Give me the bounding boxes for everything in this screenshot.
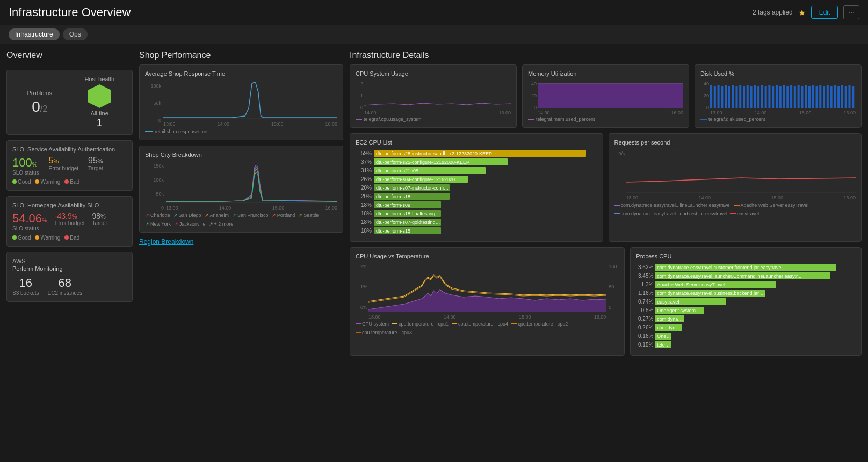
process-cpu-row: 1.3% Apache Web Server easyTravel [636,281,856,288]
ec2-metric: 68 EC2 instances [47,276,82,296]
svg-rect-30 [783,85,785,108]
ec2-list-title: EC2 CPU List [356,139,597,146]
disk-metric-label: telegraf.disk.used_percent [700,117,856,122]
memory-title: Memory Utilization [528,70,683,77]
svg-rect-26 [768,85,770,108]
svg-rect-32 [790,85,792,108]
svg-rect-12 [718,85,720,108]
cpu-vs-temp-card: CPU Usage vs Temperature 2% 1% 0% [350,247,625,356]
nav-tabs: Infrastructure Ops [0,25,868,44]
slo2-error: -43.9% Error budget [55,212,85,226]
ec2-list-card: EC2 CPU List 59% dtu-perform-s28-instruc… [350,133,603,242]
process-cpu-row: 0.27% com.dynatrace.easytravel.customer.… [636,315,856,322]
svg-rect-23 [757,86,760,108]
infra-top-row: CPU System Usage 2 1 0 14:0016:00 [350,64,862,128]
process-cpu-row: 3.62% com.dynatrace.easytravel.customer.… [636,264,856,271]
slo2-target: 98% Target [92,212,107,226]
memory-chart [538,81,683,108]
middle-panel: Shop Performance Average Shop Response T… [139,50,343,457]
process-bars: 3.62% com.dynatrace.easytravel.customer.… [636,264,856,348]
slo1-card: SLO: Service Availability Authentication… [6,140,133,191]
svg-rect-49 [852,86,854,108]
svg-rect-24 [761,85,763,108]
process-cpu-row: 0.16% OneAgent log analytics [636,333,856,340]
ec2-bar-row: 26% dtu-perform-s04-configure-12162020 [356,176,597,183]
city-breakdown-chart [166,162,337,203]
svg-rect-22 [754,85,756,108]
slo1-status: 100% SLO status [12,156,39,176]
slo2-card: SLO: Homepage Availability SLO 54.06% SL… [6,196,133,247]
slo1-target: 95% Target [88,156,103,171]
left-panel: Overview Problems 0/2 Host health All fi… [6,50,133,457]
process-cpu-title: Process CPU [636,253,856,259]
svg-rect-14 [725,85,727,108]
edit-button[interactable]: Edit [811,6,838,19]
aws-label: AWS [12,258,127,264]
svg-rect-13 [721,86,723,108]
cpu-system-chart [364,81,511,108]
svg-rect-15 [728,86,730,108]
problems-count: 0/2 [12,98,67,116]
aws-metrics: 16 S3 buckets 68 EC2 instances [12,276,127,296]
slo2-status: 54.06% SLO status [12,212,47,232]
process-cpu-row: 1.16% com.dynatrace.easytravel.business.… [636,290,856,297]
city-breakdown-title: Shop City Breakdown [145,151,337,158]
process-cpu-row: 0.26% com.dynatrace.easytravel.thirdpart… [636,324,856,331]
avg-response-title: Average Shop Response Time [145,70,337,77]
svg-rect-36 [805,85,807,108]
avg-response-chart [163,81,337,119]
svg-rect-18 [739,85,741,108]
svg-rect-10 [710,85,712,108]
disk-title: Disk Used % [700,70,856,77]
more-button[interactable]: ··· [843,5,859,19]
svg-rect-17 [735,86,737,108]
svg-rect-42 [827,85,829,108]
problems-card: Problems 0/2 Host health All fine 1 [6,70,133,135]
process-cpu-row: 3.45% com.dynatrace.easytravel.launcher.… [636,272,856,279]
svg-rect-47 [845,86,847,108]
rps-card: Requests per second 0/s 13:0014:0 [609,133,862,242]
svg-rect-43 [830,86,833,108]
svg-rect-16 [732,85,734,108]
svg-rect-11 [714,86,716,108]
tab-ops[interactable]: Ops [63,28,88,40]
svg-rect-45 [837,86,840,108]
avg-response-metric: retail.shop.responsetime [145,129,337,134]
svg-rect-40 [819,85,821,108]
cpu-usage-card: CPU System Usage 2 1 0 14:0016:00 [350,64,517,128]
cpu-vs-temp-legend: CPU system cpu.temperature - cpu1 cpu.te… [356,321,619,335]
city-legend: ↗ Charlotte ↗ San Diego ↗ Anaheim ↗ San … [145,213,337,227]
tags-applied[interactable]: 2 tags applied [753,9,793,16]
svg-rect-48 [848,85,850,108]
rps-legend: com.dynatrace.easytravel...lineLauncher … [614,203,856,216]
cpu-bottom-row: CPU Usage vs Temperature 2% 1% 0% [350,247,862,356]
slo1-error: 5% Error budget [48,156,78,171]
svg-rect-37 [808,86,811,108]
process-cpu-row: 0.5% OneAgent system monitoring [636,307,856,314]
overview-title: Overview [6,50,133,60]
host-health-label: Host health [73,76,127,82]
svg-rect-25 [765,86,767,108]
shop-performance-title: Shop Performance [139,50,343,60]
rps-title: Requests per second [614,139,856,146]
svg-rect-20 [747,85,749,108]
svg-rect-8 [538,84,683,108]
host-health-status: All fine [73,110,127,117]
region-breakdown-link[interactable]: Region Breakdown [139,238,343,246]
host-count: 1 [73,117,127,129]
tab-infrastructure[interactable]: Infrastructure [9,28,60,40]
svg-rect-41 [823,86,825,108]
process-cpu-row: 0.74% easytravel [636,298,856,305]
ec2-bar-row: 37% dtu-perform-s25-configure-12182020-K… [356,158,597,165]
cpu-vs-temp-title: CPU Usage vs Temperature [356,253,619,259]
right-panel: Infrastructure Details CPU System Usage … [350,50,862,457]
memory-card: Memory Utilization 40 20 0 14:0016:00 [522,64,689,128]
slo2-legend: Good Warning Bad [12,235,127,241]
star-icon[interactable]: ★ [798,8,806,18]
ec2-bar-row: 20% dtu-perform-s18 [356,193,597,200]
disk-card: Disk Used % 40 20 0 [695,64,862,128]
ec2-bar-row: 59% dtu-perform-s28-instructor-sandbox2-… [356,150,597,157]
svg-rect-28 [776,85,778,108]
ec2-bar-row: 31% dtu-perform-s21-i05 [356,167,597,174]
svg-rect-19 [743,86,745,108]
